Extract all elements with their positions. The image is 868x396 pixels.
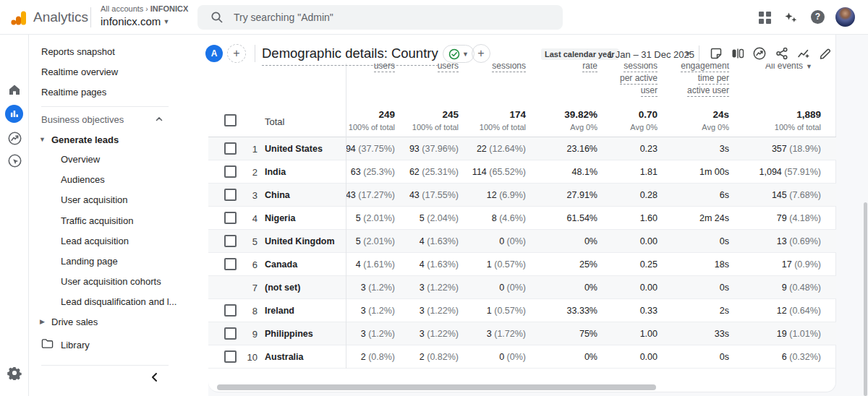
sidebar-item-overview[interactable]: Overview	[61, 154, 100, 165]
sidebar-divider	[41, 106, 169, 107]
row-checkbox[interactable]	[224, 327, 237, 340]
horizontal-scrollbar[interactable]	[217, 384, 656, 390]
account-breadcrumb[interactable]: All accounts›INFONICX	[101, 4, 188, 13]
column-header-sessions-per-active-user[interactable]: sessionsper activeuser	[620, 64, 658, 97]
chevron-up-icon[interactable]	[154, 114, 164, 124]
sidebar-item-generate-leads[interactable]: Generate leads	[51, 134, 119, 145]
metric-cell: 17 (0.9%)	[782, 259, 821, 270]
total-cell: 245100% of total	[412, 109, 459, 132]
chevron-down-icon[interactable]: ▼	[684, 50, 692, 58]
expand-arrow-icon[interactable]: ▶	[40, 318, 45, 325]
share-icon[interactable]	[775, 46, 789, 61]
row-checkbox[interactable]	[224, 235, 237, 247]
metric-cell: 357 (18.9%)	[772, 144, 821, 154]
auto-insights-icon[interactable]	[796, 46, 811, 61]
collapse-arrow-icon[interactable]: ▼	[39, 136, 46, 143]
sidebar-item-realtime-pages[interactable]: Realtime pages	[41, 87, 106, 98]
gemini-sparkle-icon[interactable]	[784, 11, 799, 25]
property-switcher[interactable]: infonicx.com▼	[101, 15, 169, 27]
metric-cell: 9 (0.48%)	[782, 283, 821, 293]
folder-icon	[41, 338, 54, 349]
metric-cell: 2 (0.8%)	[361, 352, 395, 362]
column-header-all-events[interactable]: All events▼	[765, 64, 812, 73]
help-icon[interactable]: ?	[811, 10, 825, 24]
row-checkbox[interactable]	[224, 212, 237, 224]
metric-cell: 0 (0%)	[499, 283, 526, 293]
sidebar-item-user-acquisition[interactable]: User acquisition	[61, 194, 128, 205]
chevron-down-icon: ▼	[163, 18, 169, 25]
country-name: Philippines	[265, 329, 313, 339]
row-number: 9	[237, 329, 258, 340]
settings-gear-icon[interactable]	[7, 366, 22, 380]
country-name: Canada	[265, 259, 297, 270]
total-cell: 249100% of total	[349, 109, 395, 132]
report-title[interactable]: Demographic details: Country	[262, 46, 438, 66]
sidebar-item-library[interactable]: Library	[61, 340, 90, 350]
workspace-avatar[interactable]: A	[205, 45, 223, 62]
sidebar-item-realtime-overview[interactable]: Realtime overview	[41, 66, 118, 77]
sidebar-item-audiences[interactable]: Audiences	[61, 174, 105, 185]
add-report-tab-button[interactable]: +	[472, 44, 490, 63]
column-header-sessions[interactable]: sessions	[492, 64, 526, 72]
report-status-chip[interactable]: ▼	[443, 45, 475, 63]
country-name: China	[265, 190, 290, 200]
chevron-down-icon[interactable]: ▼	[806, 64, 812, 71]
country-name: Ireland	[265, 306, 294, 316]
sidebar-item-traffic-acquisition[interactable]: Traffic acquisition	[61, 215, 133, 226]
metric-cell: 63 (25.3%)	[351, 167, 395, 177]
metric-cell: 6s	[720, 190, 729, 200]
column-header-engagement-time-per-active-user[interactable]: engagementtime peractive user	[681, 64, 729, 97]
sidebar-item-lead-disqualification-and-l[interactable]: Lead disqualification and l...	[61, 296, 176, 307]
row-number: 8	[237, 306, 258, 317]
metric-cell: 0%	[584, 352, 597, 362]
column-header-rate[interactable]: rate	[582, 64, 597, 72]
sidebar-item-landing-page[interactable]: Landing page	[61, 256, 118, 267]
collapse-sidebar-icon[interactable]	[149, 371, 162, 384]
sidebar-divider	[41, 365, 169, 366]
sidebar-item-user-acquisition-cohorts[interactable]: User acquisition cohorts	[61, 276, 161, 287]
metric-cell: 3s	[720, 144, 729, 154]
row-number: 3	[237, 190, 258, 201]
metric-cell: 94 (37.75%)	[346, 144, 395, 154]
sidebar-item-lead-acquisition[interactable]: Lead acquisition	[61, 236, 129, 246]
metric-cell: 1 (0.57%)	[487, 259, 526, 270]
nav-icon-rail	[0, 35, 29, 396]
edit-pencil-icon[interactable]	[818, 46, 833, 61]
metric-cell: 0.23	[640, 144, 658, 154]
sidebar-item-reports-snapshot[interactable]: Reports snapshot	[41, 46, 115, 57]
row-checkbox[interactable]	[224, 165, 237, 178]
insights-circle-icon[interactable]	[752, 46, 767, 61]
reports-icon[interactable]	[5, 105, 23, 123]
row-checkbox[interactable]	[224, 189, 237, 201]
advertising-icon[interactable]	[7, 153, 22, 168]
row-checkbox[interactable]	[224, 142, 237, 155]
chevron-down-icon: ▼	[462, 51, 469, 58]
row-checkbox[interactable]	[224, 350, 237, 363]
note-icon[interactable]	[709, 46, 723, 61]
date-range-selector[interactable]: 1 Jan – 31 Dec 2025	[608, 49, 694, 60]
select-all-checkbox[interactable]	[224, 114, 237, 126]
vertical-scrollbar[interactable]	[864, 202, 867, 396]
search-bar[interactable]	[197, 5, 563, 30]
metric-cell: 13 (0.69%)	[777, 236, 821, 246]
apps-grid-icon[interactable]	[758, 11, 773, 25]
add-comparison-button[interactable]: +	[227, 44, 246, 63]
column-header-users[interactable]: users	[438, 64, 459, 72]
row-checkbox[interactable]	[224, 258, 237, 270]
metric-cell: 0%	[584, 283, 597, 293]
row-number: 6	[237, 259, 258, 270]
metric-cell: 6 (0.32%)	[782, 352, 821, 362]
sidebar-section-business-objectives[interactable]: Business objectives	[41, 114, 124, 125]
home-icon[interactable]	[7, 82, 22, 97]
analytics-logo-icon[interactable]	[10, 9, 27, 27]
row-checkbox[interactable]	[224, 304, 237, 317]
row-number: 10	[237, 352, 258, 363]
sidebar-item-drive-sales[interactable]: Drive sales	[51, 317, 98, 327]
explore-icon[interactable]	[7, 131, 22, 145]
user-avatar[interactable]	[835, 7, 855, 27]
country-name: (not set)	[265, 283, 300, 293]
search-input[interactable]	[234, 12, 537, 23]
table-total-row: Total 249100% of total245100% of total17…	[208, 103, 836, 137]
table-row-nigeria: 4Nigeria5 (2.01%)5 (2.04%)8 (4.6%)61.54%…	[208, 207, 836, 230]
comparison-icon[interactable]	[731, 46, 745, 61]
